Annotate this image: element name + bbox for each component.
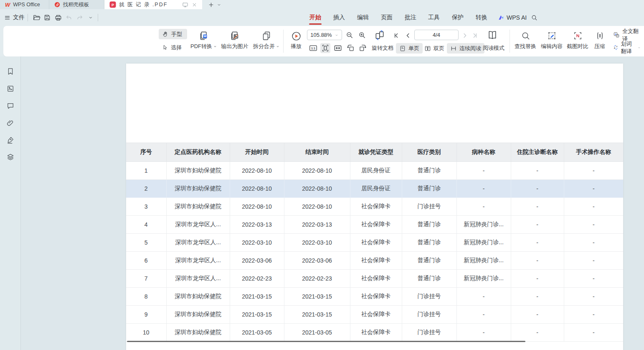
menu-tab-convert[interactable]: 转换 <box>474 9 489 26</box>
word-translation-button[interactable]: A字 划词翻译 <box>610 42 644 53</box>
tab-document-pdf[interactable]: P 就 医 记 录 .PDF <box>104 0 202 9</box>
undo-button[interactable] <box>63 9 74 26</box>
menu-tab-page[interactable]: 页面 <box>379 9 395 26</box>
menu-tab-edit[interactable]: 编辑 <box>355 9 371 26</box>
new-tab-icon[interactable] <box>208 2 214 8</box>
bookmark-icon[interactable] <box>6 67 15 76</box>
edit-content-label: 编辑内容 <box>541 43 563 50</box>
rotate-doc-label[interactable]: 旋转文档 <box>372 44 393 52</box>
hamburger-icon <box>4 15 10 21</box>
compress-icon <box>595 31 605 41</box>
export-image-button[interactable]: 输出为图片 <box>219 28 251 54</box>
single-page-label: 单页 <box>408 45 419 52</box>
table-cell: 2022-08-10 <box>284 180 350 198</box>
last-page-icon <box>471 32 479 39</box>
rotate-left-icon <box>346 43 355 52</box>
next-page-button[interactable] <box>461 32 469 39</box>
table-cell: 社会保障卡 <box>350 198 402 216</box>
page-number-input[interactable]: 4/4 <box>414 30 459 40</box>
table-cell: - <box>564 216 623 234</box>
horizontal-scrollbar-thumb[interactable] <box>127 341 525 342</box>
table-cell: 门诊挂号 <box>402 288 456 306</box>
compress-button[interactable]: 压缩 <box>591 28 609 54</box>
table-cell: - <box>564 270 623 288</box>
attachment-icon[interactable] <box>6 119 15 127</box>
table-row: 6深圳市龙华区人...2022-03-062022-03-06社会保障卡普通门诊… <box>126 252 623 270</box>
continuous-read-button[interactable]: 连续阅读 <box>447 43 484 54</box>
actual-size-button[interactable]: 1:1 <box>309 43 318 53</box>
menu-tab-home[interactable]: 开始 <box>307 9 323 26</box>
select-tool-button[interactable]: 选择 <box>159 42 187 53</box>
rotate-doc-button-icon[interactable] <box>374 30 385 41</box>
table-cell: 普通门诊 <box>402 270 456 288</box>
comment-icon[interactable] <box>6 102 15 110</box>
rotate-pages-icon <box>374 30 385 41</box>
table-cell: 5 <box>126 234 166 252</box>
menu-tab-tools[interactable]: 工具 <box>426 9 442 26</box>
pdf-page[interactable]: 序号定点医药机构名称开始时间结束时间就诊凭证类型医疗类别病种名称住院主诊断名称手… <box>126 64 623 350</box>
table-cell: 普通门诊 <box>402 162 456 180</box>
table-cell: - <box>564 324 623 342</box>
menu-search-button[interactable] <box>529 9 540 26</box>
zoom-level-combobox[interactable]: 105.88% <box>307 30 342 40</box>
pdf-convert-button[interactable]: W PDF转换 <box>189 28 219 54</box>
table-cell: 门诊挂号 <box>402 324 456 342</box>
full-translation-button[interactable]: A字 全文翻译 <box>610 30 644 40</box>
annotate-pen-icon[interactable] <box>6 136 15 144</box>
monitor-icon[interactable] <box>182 2 188 8</box>
rotate-right-button[interactable] <box>358 43 367 52</box>
edit-content-button[interactable]: 编辑内容 <box>539 28 565 54</box>
table-cell: 深圳市妇幼保健院 <box>166 162 230 180</box>
print-button[interactable] <box>53 9 63 26</box>
table-cell: 社会保障卡 <box>350 288 402 306</box>
thumbnails-icon[interactable] <box>6 84 15 93</box>
open-file-button[interactable] <box>31 9 42 26</box>
zoom-in-button[interactable] <box>358 31 366 39</box>
split-merge-button[interactable]: 拆分合并 <box>251 28 281 54</box>
folder-open-icon <box>33 14 41 22</box>
tab-wps-home[interactable]: W WPS Office <box>0 0 49 9</box>
screenshot-compare-button[interactable]: 截图对比 <box>565 28 591 54</box>
full-translation-icon: A字 <box>613 31 620 39</box>
hand-tool-button[interactable]: 手型 <box>159 29 187 39</box>
find-replace-button[interactable]: 查找替换 <box>512 28 539 54</box>
pdf-convert-icon: W <box>199 31 209 41</box>
menu-tab-comment[interactable]: 批注 <box>403 9 418 26</box>
menu-tab-protect[interactable]: 保护 <box>450 9 466 26</box>
read-mode-button-icon[interactable] <box>487 30 498 41</box>
column-header: 开始时间 <box>230 143 284 162</box>
single-page-button[interactable]: 单页 <box>396 43 423 54</box>
table-row: 1深圳市妇幼保健院2022-08-102022-08-10居民身份证普通门诊--… <box>126 162 623 180</box>
previous-page-button[interactable] <box>404 32 412 39</box>
read-mode-label[interactable]: 阅读模式 <box>483 44 505 52</box>
menu-tab-insert[interactable]: 插入 <box>331 9 347 26</box>
table-cell: 新冠肺炎门诊... <box>456 216 511 234</box>
table-cell: - <box>564 198 623 216</box>
table-cell: 2022-03-13 <box>230 216 284 234</box>
quick-access-chevron-icon[interactable] <box>85 9 96 26</box>
close-tab-icon[interactable] <box>192 2 197 8</box>
wps-ai-button[interactable]: WPS AI <box>498 9 527 26</box>
first-page-button[interactable] <box>393 32 400 39</box>
fit-page-button[interactable] <box>320 43 330 53</box>
table-cell: - <box>564 288 623 306</box>
zoom-out-button[interactable] <box>345 31 354 39</box>
table-cell: 2021-03-15 <box>284 306 350 324</box>
table-cell: - <box>511 288 564 306</box>
save-button[interactable] <box>42 9 53 26</box>
table-cell: - <box>511 162 564 180</box>
table-cell: 深圳市龙华区人... <box>166 216 230 234</box>
play-button[interactable]: 播放 <box>287 28 306 54</box>
rotate-left-button[interactable] <box>346 43 355 52</box>
tab-list-chevron-icon[interactable] <box>217 3 221 7</box>
svg-text:W: W <box>204 35 207 38</box>
table-cell: 2022-02-23 <box>230 270 284 288</box>
tab-docer-templates[interactable]: 找稻壳模板 <box>49 0 104 9</box>
file-menu-button[interactable]: 文件 <box>4 9 25 26</box>
table-cell: 社会保障卡 <box>350 306 402 324</box>
layers-icon[interactable] <box>6 153 15 161</box>
fit-width-button[interactable] <box>333 43 342 53</box>
column-header: 手术操作名称 <box>564 143 623 162</box>
redo-button[interactable] <box>74 9 85 26</box>
last-page-button[interactable] <box>471 32 479 39</box>
